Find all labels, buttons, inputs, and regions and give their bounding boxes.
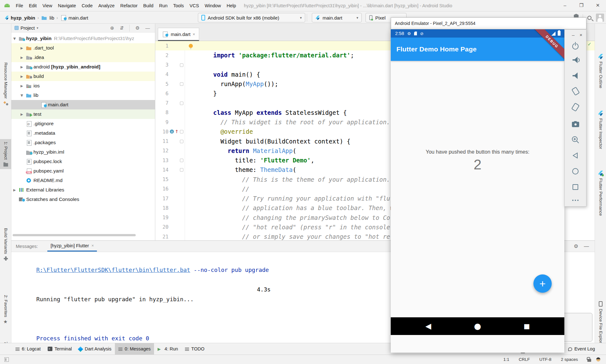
breadcrumb-item[interactable]: main.dart (60, 15, 88, 21)
menu-item[interactable]: Analyze (95, 0, 117, 11)
fold-gutter[interactable] (169, 127, 184, 136)
tree-row[interactable]: .gitignore (11, 119, 155, 128)
menu-item[interactable]: Build (140, 0, 156, 11)
nav-recents-button[interactable]: ■ (518, 322, 536, 330)
fold-gutter[interactable] (169, 98, 184, 108)
fold-gutter[interactable] (169, 156, 184, 165)
fold-gutter[interactable] (169, 137, 184, 146)
locate-file-icon[interactable]: ⊕ (110, 25, 114, 31)
tool-strip-favorites[interactable]: 2: Favorites ★ (0, 292, 11, 327)
tree-row[interactable]: ▶ .dart_tool (11, 43, 155, 53)
close-button[interactable]: ✕ (590, 0, 606, 11)
tree-row[interactable]: ▶ .idea (11, 53, 155, 62)
menu-item[interactable]: Refactor (117, 0, 140, 11)
tree-row[interactable]: ▶ test (11, 109, 155, 119)
tree-row[interactable]: ▶ build (11, 72, 155, 81)
lock-icon[interactable] (587, 359, 591, 362)
expand-arrow[interactable]: ▶ (21, 65, 26, 69)
search-icon[interactable] (587, 16, 591, 20)
tool-window-button[interactable]: Dart Analysis (75, 343, 115, 355)
tree-row[interactable]: ▶ ios (11, 81, 155, 91)
fold-gutter[interactable] (169, 194, 184, 203)
tree-row[interactable]: Scratches and Consoles (11, 195, 155, 204)
tool-window-button[interactable]: ▶ 4: Run (154, 343, 181, 355)
messages-flutter-tab[interactable]: [hyzp_yibin] Flutter × (47, 241, 97, 252)
tree-row[interactable]: ▶ android [hyzp_yibin_android] (11, 62, 155, 72)
menu-item[interactable]: Tools (170, 0, 187, 11)
fold-gutter[interactable] (169, 175, 184, 184)
tool-window-button[interactable]: 0: Messages (115, 343, 154, 355)
hide-panel-icon[interactable]: — (146, 26, 150, 31)
menu-item[interactable]: View (39, 0, 55, 11)
close-tab-icon[interactable]: × (193, 32, 195, 37)
fold-gutter[interactable] (169, 117, 184, 127)
close-tab-icon[interactable]: × (92, 243, 94, 248)
fold-gutter[interactable] (169, 232, 184, 240)
tool-strip-build-variants[interactable]: Build Variants (0, 226, 11, 263)
expand-arrow[interactable]: ▼ (13, 37, 19, 40)
menu-item[interactable]: File (13, 0, 26, 11)
tree-row[interactable]: main.dart (11, 100, 155, 109)
fold-gutter[interactable] (169, 70, 184, 79)
emulator-toolbar-icons[interactable] (565, 39, 586, 206)
fold-gutter[interactable] (169, 213, 184, 222)
emulator-minimize-button[interactable]: – (572, 32, 574, 38)
expand-arrow[interactable]: ▼ (21, 93, 26, 97)
increment-fab-button[interactable]: + (533, 274, 552, 293)
device-selector-dropdown[interactable]: Android SDK built for x86 (mobile) ▾ (198, 13, 305, 22)
menu-item[interactable]: Code (79, 0, 96, 11)
tree-row[interactable]: ▼ lib (11, 91, 155, 100)
profile-avatar[interactable] (596, 14, 604, 22)
menu-item[interactable]: Help (224, 0, 239, 11)
tool-window-button[interactable]: TODO (181, 343, 208, 355)
tool-strip-flutter-inspector[interactable]: Flutter Inspector (595, 108, 606, 152)
tool-strip-flutter-outline[interactable]: Flutter Outline (595, 51, 606, 91)
status-item[interactable]: CRLF (519, 357, 530, 362)
fold-gutter[interactable] (169, 41, 184, 50)
nav-back-button[interactable]: ◀ (419, 322, 437, 331)
tree-row[interactable]: ▶ External Libraries (11, 185, 155, 195)
fold-gutter[interactable] (169, 146, 184, 156)
fold-gutter[interactable] (169, 50, 184, 60)
tab-main-dart[interactable]: main.dart × (158, 28, 199, 41)
fold-gutter[interactable] (169, 89, 184, 98)
collapse-all-icon[interactable]: ⇵ (120, 25, 124, 31)
tree-row[interactable]: pubspec.lock (11, 157, 155, 166)
flutter-bat-link[interactable]: R:\Flutter\FlutterSDK\flutter\bin\flutte… (36, 267, 190, 273)
expand-arrow[interactable]: ▶ (21, 56, 26, 59)
fold-gutter[interactable] (169, 203, 184, 213)
tree-row[interactable]: README.md (11, 176, 155, 185)
breadcrumb-item[interactable]: lib (41, 15, 54, 21)
project-view-selector[interactable]: Project (21, 26, 35, 31)
tool-strip-project[interactable]: 1: Project (0, 139, 11, 169)
fold-gutter[interactable] (169, 108, 184, 117)
fold-gutter[interactable] (169, 79, 184, 89)
menu-item[interactable]: VCS (187, 0, 202, 11)
expand-arrow[interactable]: ▶ (21, 84, 26, 88)
tool-strip-flutter-performance[interactable]: Flutter Performance (595, 168, 606, 218)
expand-arrow[interactable]: ▶ (21, 46, 26, 50)
tree-row[interactable]: .packages (11, 138, 155, 147)
menu-item[interactable]: Navigate (55, 0, 79, 11)
menu-item[interactable]: Edit (26, 0, 39, 11)
expand-arrow[interactable]: ▶ (21, 74, 26, 78)
minimize-button[interactable]: – (557, 0, 573, 11)
fold-gutter[interactable] (169, 60, 184, 70)
breadcrumb-item[interactable]: hyzp_yibin (4, 15, 35, 21)
emulator-title-bar[interactable]: Android Emulator - Pixel_2_API_29:5554 (391, 17, 586, 29)
tool-window-stripe-toggle-icon[interactable] (4, 357, 9, 362)
maximize-button[interactable]: ❐ (573, 0, 590, 11)
run-configuration-dropdown[interactable]: main.dart ▾ (312, 13, 362, 22)
fold-gutter[interactable] (169, 165, 184, 174)
expand-arrow[interactable]: ▶ (13, 188, 19, 192)
tree-row[interactable]: ▼ hyzp_yibin R:\FlutterProject\FlutterPr… (11, 34, 155, 43)
menu-item[interactable]: Window (202, 0, 224, 11)
fold-gutter[interactable] (169, 222, 184, 232)
tool-strip-resource-manager[interactable]: Resource Manager (0, 60, 11, 108)
tool-window-button[interactable]: 6: Logcat (12, 343, 44, 355)
event-log-button[interactable]: Event Log (565, 346, 598, 351)
emulator-close-button[interactable]: × (579, 32, 582, 38)
emulator-screen[interactable]: 2:58 ⚙ ⊘ DEBUG Flutter Demo Home Page Yo… (391, 29, 564, 353)
tool-strip-device-file-explorer[interactable]: Device File Explorer (595, 299, 606, 349)
tool-window-button[interactable]: > Terminal (44, 343, 75, 355)
